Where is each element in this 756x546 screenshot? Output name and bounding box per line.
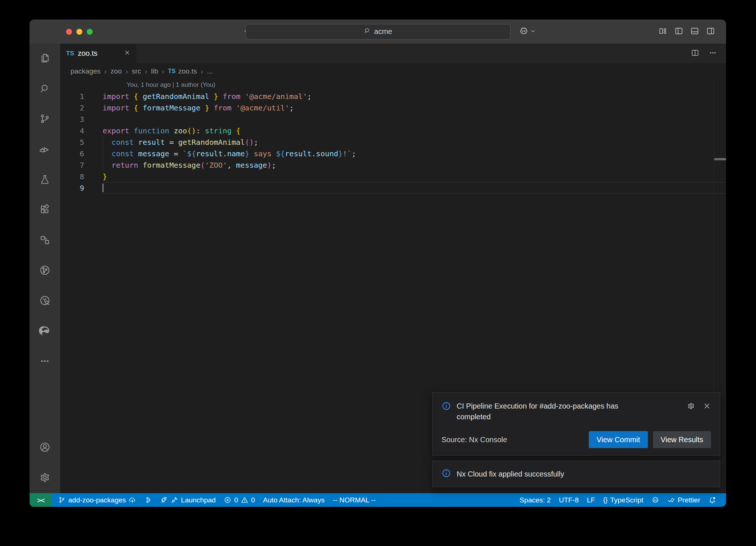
status-bar: >< add-zoo-packagesLaunchpad00Auto Attac… (30, 493, 726, 507)
toggle-panel-bottom-icon[interactable] (690, 26, 700, 37)
code-line-6[interactable]: 6 const message = `${result.name} says $… (60, 148, 726, 159)
notification-source: Source: Nx Console (441, 436, 507, 444)
status-launchpad[interactable]: Launchpad (156, 493, 220, 507)
status-label: add-zoo-packages (68, 496, 126, 504)
activity-nx-cloud-button[interactable] (30, 286, 60, 316)
testing-icon (39, 174, 51, 187)
activity-bar (30, 44, 60, 493)
tab-label: zoo.ts (78, 49, 97, 58)
plug-icon (171, 496, 178, 504)
account-icon (39, 441, 51, 454)
activity-source-control-button[interactable] (30, 104, 60, 134)
activity-nx-project-button[interactable] (30, 225, 60, 256)
breadcrumb-item[interactable]: zoo (110, 67, 122, 75)
activity-more-button[interactable] (30, 347, 60, 377)
search-icon (364, 27, 371, 36)
breadcrumb-item[interactable]: packages (71, 67, 100, 75)
tab-zoo-ts[interactable]: TS zoo.ts (60, 44, 136, 63)
code-line-8[interactable]: 8} (60, 171, 726, 182)
code-line-5[interactable]: 5 const result = getRandomAnimal(); (60, 136, 726, 148)
notification-message: CI Pipeline Execution for #add-zoo-packa… (457, 401, 649, 422)
minimize-window-button[interactable] (76, 29, 82, 35)
rocket-icon (160, 496, 168, 504)
nx-project-icon (39, 234, 51, 247)
code-line-4[interactable]: 4export function zoo(): string { (60, 125, 726, 136)
activity-extensions-button[interactable] (30, 195, 60, 225)
activity-settings-gear-button[interactable] (30, 463, 60, 493)
search-value: acme (374, 27, 392, 36)
status-label: Prettier (678, 496, 700, 504)
toggle-panel-right-icon[interactable] (706, 26, 715, 37)
typescript-file-icon: TS (66, 50, 74, 57)
status-encoding[interactable]: UTF-8 (555, 493, 583, 507)
explorer-icon (39, 52, 51, 65)
breadcrumb-item[interactable]: lib (151, 67, 158, 75)
activity-run-debug-button[interactable] (30, 134, 60, 165)
error-icon (224, 496, 231, 504)
view-commit-button[interactable]: View Commit (589, 431, 647, 448)
status-language[interactable]: {}TypeScript (599, 493, 647, 507)
status-eol[interactable]: LF (583, 493, 599, 507)
status-prettier[interactable]: Prettier (663, 493, 704, 507)
status-label: Launchpad (181, 496, 216, 504)
activity-testing-button[interactable] (30, 165, 60, 195)
breadcrumb-item[interactable]: src (132, 67, 141, 75)
more-actions-icon[interactable] (708, 48, 717, 59)
status-label: 0 (234, 496, 238, 504)
status-vim-mode[interactable]: -- NORMAL -- (329, 493, 379, 507)
breadcrumb-separator: › (126, 67, 128, 76)
breadcrumb-item[interactable]: TSzoo.ts (168, 67, 197, 75)
status-auto-attach[interactable]: Auto Attach: Always (259, 493, 329, 507)
line-number: 4 (60, 126, 84, 135)
status-notifications-bell[interactable] (704, 493, 720, 507)
nx-console-icon (39, 265, 51, 277)
code-line-1[interactable]: 1import { getRandomAnimal } from '@acme/… (60, 91, 726, 102)
notification-close-icon[interactable] (703, 402, 711, 412)
code-line-7[interactable]: 7 return formatMessage('ZOO', message); (60, 159, 726, 171)
view-results-button[interactable]: View Results (653, 431, 711, 448)
line-number: 7 (60, 161, 84, 170)
notification-gear-icon[interactable] (687, 402, 695, 412)
status-git-graph[interactable] (140, 493, 156, 507)
remote-indicator[interactable]: >< (30, 493, 52, 507)
close-window-button[interactable] (66, 29, 72, 35)
warning-icon (241, 496, 248, 504)
zoom-window-button[interactable] (87, 29, 93, 35)
braces-icon: {} (603, 496, 608, 504)
copilot-menu-button[interactable] (519, 26, 536, 37)
breadcrumb-item[interactable]: ... (207, 67, 213, 75)
code-lens-blame[interactable]: You, 1 hour ago | 1 author (You) (127, 81, 215, 89)
titlebar: acme (30, 20, 726, 44)
customize-layout-icon[interactable] (658, 26, 668, 37)
notification-message: Nx Cloud fix applied successfully (457, 470, 564, 478)
git-branch-icon (58, 496, 66, 504)
status-label: Spaces: 2 (519, 496, 551, 504)
status-problems[interactable]: 00 (220, 493, 259, 507)
check-double-icon (667, 496, 675, 504)
tab-bar: TS zoo.ts (60, 44, 726, 63)
code-line-2[interactable]: 2import { formatMessage } from '@acme/ut… (60, 102, 726, 113)
activity-edge-browser-button[interactable] (30, 316, 60, 347)
code-line-9[interactable]: 9 (60, 182, 726, 194)
copilot-icon (652, 496, 659, 504)
line-number: 5 (60, 138, 84, 147)
toggle-panel-left-icon[interactable] (674, 26, 684, 37)
status-indentation[interactable]: Spaces: 2 (515, 493, 555, 507)
extensions-icon (39, 204, 51, 217)
activity-explorer-button[interactable] (30, 44, 60, 74)
activity-account-button[interactable] (30, 433, 60, 463)
command-center-search[interactable]: acme (245, 24, 511, 40)
line-content: const message = `${result.name} says ${r… (103, 149, 356, 158)
typescript-file-icon: TS (168, 68, 175, 75)
close-tab-icon[interactable] (124, 50, 130, 57)
status-bar-left: add-zoo-packagesLaunchpad00Auto Attach: … (54, 493, 380, 507)
bell-dot-icon (708, 496, 716, 504)
overview-ruler-cursor-marker (714, 158, 726, 160)
activity-search-button[interactable] (30, 74, 60, 104)
layout-controls (658, 26, 715, 37)
split-editor-icon[interactable] (691, 48, 700, 59)
code-line-3[interactable]: 3 (60, 113, 726, 125)
activity-nx-console-button[interactable] (30, 256, 60, 286)
status-copilot[interactable] (647, 493, 663, 507)
status-branch[interactable]: add-zoo-packages (54, 493, 140, 507)
